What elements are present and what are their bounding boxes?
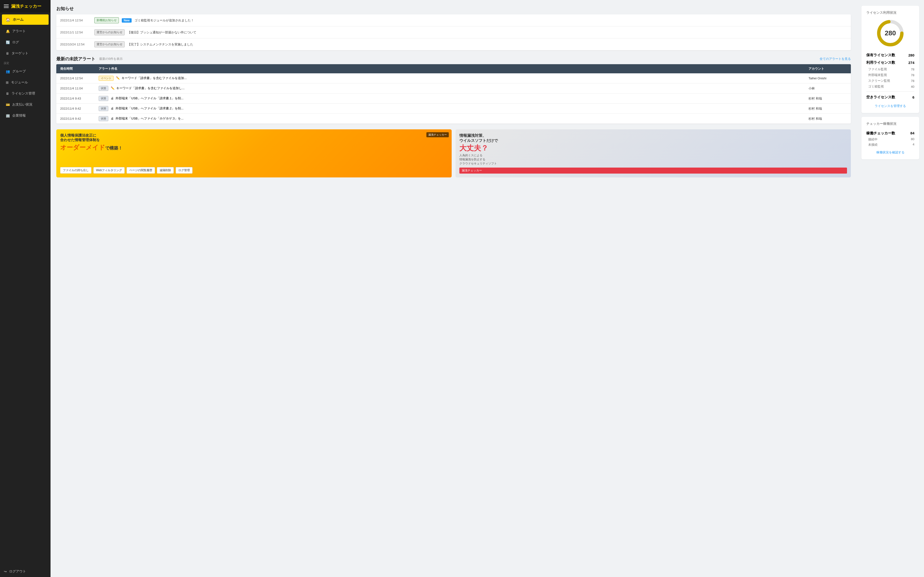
alert-row-account: 杉村 和哉 [809,97,847,101]
license-card-title: ライセンス利用状況 [866,11,914,15]
alert-header-left: 最新の未読アラート 最新の5件を表示 [56,56,123,62]
banner-left-tag: 漏洩チェッカー [426,132,449,137]
empty-license-row: 空きライセンス数 6 [866,93,914,101]
notice-row[interactable]: 2022/11/4 12:54 新機能お知らせ New ゴミ箱監視モジュールが追… [56,15,851,26]
alert-col-name: アラート件名 [99,67,809,71]
alert-type-badge: 状態 [99,116,108,121]
alert-row-text: 状態 🖨 外部端末「USB」へファイル「請求書.1」を削... [99,96,809,101]
alert-row[interactable]: 2022/11/4 11:04 状態 ✏️ キーワード「請求書」を含むファイルを… [56,84,851,93]
banner-btn-0[interactable]: ファイルの持ち出し [60,167,91,174]
sidebar-item-alert[interactable]: 🔔 アラート [2,26,48,36]
sidebar-item-home[interactable]: 🏠 ホーム [2,15,48,25]
alert-row-text: 状態 🖨 外部端末「USB」へファイル「請求書.2」を削... [99,106,809,111]
banner-left-content: 個人情報保護法改正に 合わせた情報管理体制を オーダーメイドで構築！ ファイルの… [56,129,452,177]
alert-row-date: 2022/11/4 9:42 [60,107,99,110]
sidebar-item-group[interactable]: 👥 グループ [2,66,48,76]
bell-icon: 🔔 [6,29,10,33]
sidebar-group-label: グループ [12,69,26,74]
alerts-all-link[interactable]: 全てのアラートを見る [819,57,851,61]
company-icon: 🏢 [6,114,10,118]
checker-detail-link[interactable]: 稼働状況を確認する [866,150,914,155]
alert-row[interactable]: 2022/11/4 9:43 状態 🖨 外部端末「USB」へファイル「請求書.1… [56,93,851,104]
disconnected-row: 未接続 4 [866,142,914,147]
banner-right-line1: 情報漏洩対策、 [459,133,847,138]
notice-tag: 新機能お知らせ [94,17,119,23]
hamburger-menu[interactable] [4,5,9,8]
alert-text: 外部端末「USB」へファイル「ホゲホゲ.3」を... [115,117,183,120]
banner-area: 漏洩チェッカー 個人情報保護法改正に 合わせた情報管理体制を オーダーメイドで構… [56,129,851,177]
alert-row[interactable]: 2022/11/4 9:42 状態 🖨 外部端末「USB」へファイル「請求書.2… [56,104,851,114]
banner-btn-2[interactable]: ページの閲覧履歴 [126,167,155,174]
notice-tag: 運営からのお知らせ [94,41,124,47]
banner-right-sub: 人為的ミスによる 情報漏洩を防止する クラウドセキュリティソフト 漏洩チェッカー [459,153,847,174]
notice-text: 【復旧】プッシュ通知が一部届かない件について [128,30,196,35]
notice-date: 2022/11/4 12:54 [60,19,91,22]
donut-center-value: 280 [885,29,896,37]
sidebar-item-log[interactable]: 🔄 ログ [2,37,48,47]
banner-right-text: 情報漏洩対策、 ウイルスソフトだけで 大丈夫？ [459,133,847,153]
alert-row[interactable]: 2022/11/4 9:42 状態 🖨 外部端末「USB」へファイル「ホゲホゲ.… [56,114,851,124]
used-label: 利用ライセンス数 [866,60,895,65]
sidebar-log-label: ログ [12,40,19,45]
banner-right-content: 情報漏洩対策、 ウイルスソフトだけで 大丈夫？ 人為的ミスによる 情報漏洩を防止… [456,129,851,177]
alerts-table: 発生時間 アラート件名 アカウント 2022/11/4 12:54 イベント ✏… [56,64,851,124]
settings-section-label: 設定 [0,59,50,66]
notice-row[interactable]: 2022/11/1 12:54 運営からのお知らせ 【復旧】プッシュ通知が一部届… [56,26,851,39]
alert-type-badge: 状態 [99,106,108,111]
running-label: 稼働チェッカー数 [866,131,895,135]
notice-tag: 運営からのお知らせ [94,29,124,35]
trash-watch-value: 40 [911,85,914,89]
logout-button[interactable]: ↪ ログアウト [0,566,50,577]
app-title: 漏洩チェッカー [11,3,41,9]
alert-icon: ✏️ [116,76,120,80]
banner-btn-4[interactable]: ログ管理 [176,167,192,174]
screen-watch-row: スクリーン監視 78 [866,78,914,84]
notices-title: お知らせ [56,6,851,11]
home-icon: 🏠 [6,18,10,22]
alert-text: キーワード「請求書」を含むファイルを追加... [121,76,187,80]
empty-label: 空きライセンス数 [866,95,895,100]
banner-btn-1[interactable]: Webフィルタリング [94,167,124,174]
sidebar-item-module[interactable]: ⊞ モジュール [2,77,48,87]
license-card: ライセンス利用状況 280 保有ライセンス数 280 利用ライセンス数 274 … [861,6,919,113]
screen-watch-value: 78 [911,79,914,83]
sidebar-item-payment[interactable]: 💳 お支払い状況 [2,100,48,110]
running-checker-row: 稼働チェッカー数 84 [866,130,914,137]
sidebar-item-company[interactable]: 🏢 企業情報 [2,111,48,121]
sidebar-home-label: ホーム [13,17,24,22]
logout-icon: ↪ [4,569,7,574]
trash-watch-label: ゴミ箱監視 [868,84,884,89]
banner-left[interactable]: 漏洩チェッカー 個人情報保護法改正に 合わせた情報管理体制を オーダーメイドで構… [56,129,452,177]
module-icon: ⊞ [6,81,9,84]
manage-license-link[interactable]: ライセンスを管理する [866,104,914,108]
alert-row-date: 2022/11/4 11:04 [60,87,99,90]
banner-right[interactable]: 情報漏洩対策、 ウイルスソフトだけで 大丈夫？ 人為的ミスによる 情報漏洩を防止… [456,129,851,177]
main-content: お知らせ 2022/11/4 12:54 新機能お知らせ New ゴミ箱監視モジ… [50,0,857,577]
alert-icon: ✏️ [111,86,115,90]
alert-header: 最新の未読アラート 最新の5件を表示 全てのアラートを見る [56,56,851,62]
held-value: 280 [908,53,914,57]
sidebar: 漏洩チェッカー 🏠 ホーム 🔔 アラート 🔄 ログ 🖥 ターゲット 設定 👥 グ… [0,0,50,577]
alert-row-account: 小林 [809,86,847,91]
sidebar-payment-label: お支払い状況 [12,102,32,107]
screen-watch-label: スクリーン監視 [868,79,890,83]
banner-btn-3[interactable]: 遠隔削除 [157,167,174,174]
file-watch-row: ファイル監視 78 [866,66,914,72]
alert-text: キーワード「請求書」を含むファイルを追加し... [116,86,184,90]
alert-row[interactable]: 2022/11/4 12:54 イベント ✏️ キーワード「請求書」を含むファイ… [56,73,851,84]
banner-right-sub1: 人為的ミスによる [459,153,847,158]
file-watch-value: 78 [911,68,914,71]
alert-icon: 🖨 [111,106,114,110]
banner-right-line2: ウイルスソフトだけで [459,138,847,143]
banner-suffix: で構築！ [105,146,123,150]
held-license-row: 保有ライセンス数 280 [866,52,914,59]
target-icon: 🖥 [6,52,9,55]
sidebar-item-target[interactable]: 🖥 ターゲット [2,48,48,58]
banner-left-text: 個人情報保護法改正に 合わせた情報管理体制を オーダーメイドで構築！ [60,133,448,152]
sidebar-item-license[interactable]: 🖥 ライセンス管理 [2,89,48,98]
banner-line1: 個人情報保護法改正に [60,133,448,138]
sidebar-module-label: モジュール [11,80,28,85]
held-label: 保有ライセンス数 [866,53,895,58]
notice-row[interactable]: 2022/10/24 12:54 運営からのお知らせ 【完了】システムメンテナン… [56,39,851,50]
trash-watch-row: ゴミ箱監視 40 [866,84,914,89]
